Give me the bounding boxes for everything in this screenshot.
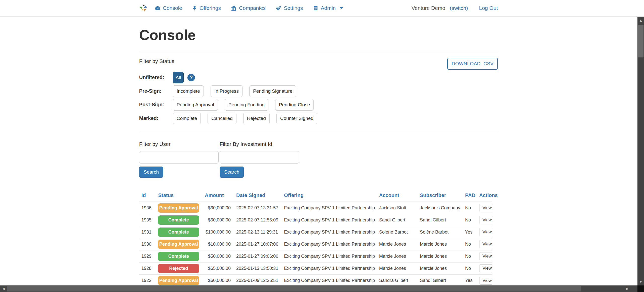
scroll-up-button[interactable]: ▲ [637, 17, 644, 24]
view-button[interactable]: View [479, 240, 492, 248]
cell-amount: $10,000.00 [203, 238, 234, 250]
status-badge: Complete [158, 228, 199, 237]
nav-item-label: Offerings [199, 5, 221, 11]
status-badge: Pending Approval [158, 240, 199, 249]
cell-subscriber: Marcie Jones [418, 238, 463, 250]
filter-row: Marked:CompleteCancelledRejectedCounter … [139, 113, 498, 124]
cell-date-signed: 2025-02-13 11:29:31 [234, 226, 282, 238]
filter-row: Post-Sign:Pending ApprovalPending Fundin… [139, 99, 498, 110]
nav-item-companies[interactable]: Companies [231, 5, 266, 11]
horizontal-scrollbar-thumb[interactable] [7, 286, 581, 291]
nav-item-label: Companies [239, 5, 266, 11]
column-header-subscriber[interactable]: Subscriber [418, 189, 463, 202]
scroll-right-button[interactable]: ▶ [624, 285, 631, 292]
nav-item-admin[interactable]: Admin [313, 5, 343, 11]
cell-id: 1928 [139, 262, 156, 274]
cell-actions: View [477, 262, 492, 274]
colorful-star-logo [139, 4, 148, 12]
filter-row-label: Unfiltered: [139, 75, 173, 80]
vertical-scrollbar-thumb[interactable] [638, 25, 643, 57]
right-arrow-icon: ▶ [626, 287, 628, 290]
status-filter-incomplete-button[interactable]: Incomplete [173, 85, 204, 97]
filter-by-user-input[interactable] [139, 151, 219, 164]
status-filter-cancelled-button[interactable]: Cancelled [208, 113, 236, 124]
view-button[interactable]: View [479, 252, 492, 260]
table-row: 1936Pending Approval$60,000.002025-02-07… [139, 202, 492, 214]
status-filter-complete-button[interactable]: Complete [173, 113, 201, 124]
status-filter-pending-close-button[interactable]: Pending Close [275, 99, 314, 111]
caret-down-icon [340, 7, 343, 9]
cell-actions: View [477, 202, 492, 214]
vertical-scrollbar[interactable]: ▲ ▼ [637, 17, 644, 285]
status-filter-rejected-button[interactable]: Rejected [243, 113, 270, 124]
cell-offering: Exciting Company SPV 1 Limited Partnersh… [282, 274, 377, 286]
column-header-offering[interactable]: Offering [282, 189, 377, 202]
download-csv-button[interactable]: DOWNLOAD .CSV [447, 58, 498, 70]
nav-item-settings[interactable]: Settings [276, 5, 303, 11]
cell-account: Marcie Jones [377, 250, 418, 262]
cell-account: Sandra Gilbert [377, 274, 418, 286]
investment-id-search-button[interactable]: Search [220, 167, 244, 178]
app-logo[interactable] [139, 4, 148, 12]
column-header-date-signed[interactable]: Date Signed [234, 189, 282, 202]
status-filter-pending-funding-button[interactable]: Pending Funding [225, 99, 268, 111]
cell-status: Complete [156, 214, 203, 226]
status-badge: Rejected [158, 264, 199, 273]
down-arrow-icon: ▼ [639, 280, 642, 283]
nav-item-console[interactable]: Console [155, 5, 182, 11]
top-navbar: ConsoleOfferingsCompaniesSettingsAdmin V… [0, 0, 644, 17]
cell-amount: $65,000.00 [203, 262, 234, 274]
account-name: Venture Demo [412, 5, 445, 11]
cell-subscriber: Sandi Gilbert [418, 214, 463, 226]
cell-offering: Exciting Company SPV 1 Limited Partnersh… [282, 202, 377, 214]
scroll-left-button[interactable]: ◀ [0, 285, 7, 292]
switch-account-link[interactable]: (switch) [450, 5, 468, 11]
cell-status: Pending Approval [156, 202, 203, 214]
status-filter-counter-signed-button[interactable]: Counter Signed [276, 113, 317, 124]
view-button[interactable]: View [479, 277, 492, 285]
cell-actions: View [477, 226, 492, 238]
nav-item-offerings[interactable]: Offerings [192, 5, 221, 11]
bank-icon [231, 5, 237, 11]
divider [139, 52, 498, 52]
cell-actions: View [477, 214, 492, 226]
table-header: Id Status Amount Date Signed Offering Ac… [139, 189, 492, 202]
cell-pad: No [463, 202, 477, 214]
logout-link[interactable]: Log Out [479, 5, 498, 11]
cell-actions: View [477, 238, 492, 250]
user-search-button[interactable]: Search [139, 167, 163, 178]
view-button[interactable]: View [479, 216, 492, 224]
scroll-down-button[interactable]: ▼ [637, 278, 644, 285]
view-button[interactable]: View [479, 228, 492, 236]
column-header-actions[interactable]: Actions [477, 189, 492, 202]
status-badge: Pending Approval [158, 203, 199, 213]
search-filters: Filter by User Search Filter By Investme… [139, 141, 498, 178]
view-button[interactable]: View [479, 204, 492, 212]
nav-item-label: Settings [284, 5, 303, 11]
help-icon[interactable]: ? [187, 74, 195, 81]
cell-subscriber: Jackson's Company [418, 202, 463, 214]
status-filter-pending-signature-button[interactable]: Pending Signature [249, 85, 296, 97]
console-table-body: 1936Pending Approval$60,000.002025-02-07… [139, 202, 492, 286]
column-header-pad[interactable]: PAD [463, 189, 477, 202]
table-row: 1922Pending Approval$60,000.002025-01-09… [139, 274, 492, 286]
investment-id-filter-column: Filter By Investment Id Search [220, 141, 299, 178]
filter-by-status-title: Filter by Status [139, 58, 174, 64]
cell-pad: No [463, 262, 477, 274]
status-filter-all-button[interactable]: All [173, 72, 184, 83]
horizontal-scrollbar[interactable]: ◀ ▶ [0, 285, 637, 292]
status-filter-pending-approval-button[interactable]: Pending Approval [173, 99, 218, 111]
cell-pad: No [463, 214, 477, 226]
cell-status: Rejected [156, 262, 203, 274]
filter-by-investment-id-input[interactable] [220, 151, 299, 164]
view-button[interactable]: View [479, 264, 492, 272]
column-header-amount[interactable]: Amount [203, 189, 234, 202]
status-filter-in-progress-button[interactable]: In Progress [211, 85, 243, 97]
cell-amount: $100,000.00 [203, 226, 234, 238]
column-header-id[interactable]: Id [139, 189, 156, 202]
column-header-account[interactable]: Account [377, 189, 418, 202]
cell-account: Marcie Jones [377, 238, 418, 250]
column-header-status[interactable]: Status [156, 189, 203, 202]
cell-status: Complete [156, 226, 203, 238]
cell-id: 1929 [139, 250, 156, 262]
